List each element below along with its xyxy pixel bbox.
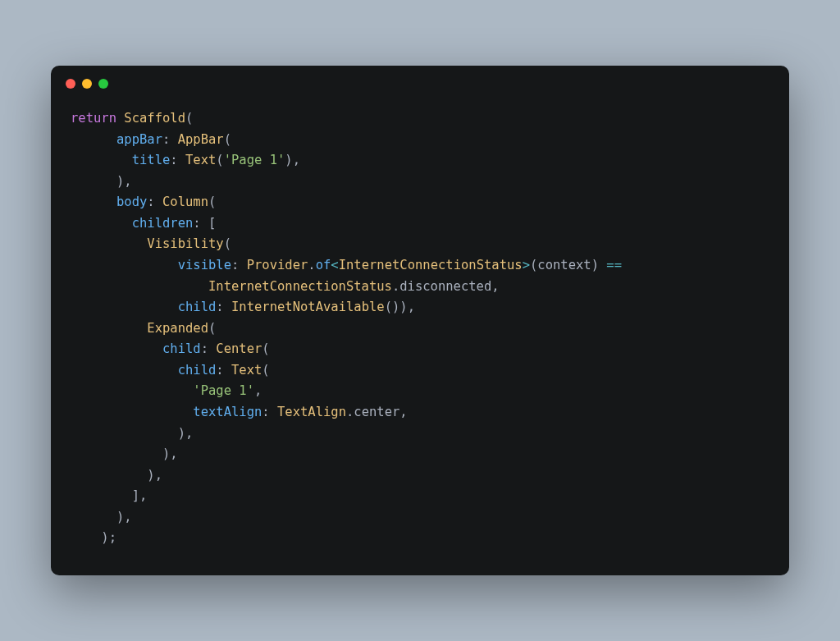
code-token: ], xyxy=(71,488,147,503)
code-token xyxy=(71,258,178,272)
code-token: ( xyxy=(185,111,193,126)
code-token xyxy=(71,300,178,314)
code-token: AppBar xyxy=(178,132,224,147)
code-token: child xyxy=(178,300,217,314)
code-token: Scaffold xyxy=(124,111,185,126)
code-token: child xyxy=(162,341,201,356)
close-icon[interactable] xyxy=(66,79,75,89)
code-token: return xyxy=(71,111,116,126)
code-token: < xyxy=(331,258,338,272)
code-token: > xyxy=(523,258,530,272)
code-token: ), xyxy=(71,174,132,189)
code-token: ( xyxy=(262,363,269,378)
code-token: , xyxy=(254,383,262,398)
code-token: body xyxy=(116,195,147,209)
code-token: Expanded xyxy=(147,321,208,336)
code-token: : xyxy=(216,363,231,378)
code-token: ( xyxy=(224,236,231,251)
code-token: : xyxy=(147,195,162,209)
code-token: : xyxy=(216,300,231,314)
code-token: : xyxy=(201,341,217,356)
code-token xyxy=(71,153,132,167)
code-token xyxy=(71,363,178,378)
code-token: ( xyxy=(208,321,216,336)
code-token xyxy=(71,195,116,209)
window-titlebar xyxy=(51,66,789,95)
code-token: visible xyxy=(178,258,231,272)
code-token: : xyxy=(162,132,178,147)
code-token: appBar xyxy=(116,132,162,147)
code-token xyxy=(71,383,193,398)
code-token xyxy=(71,216,132,231)
code-token: ( xyxy=(208,195,216,209)
code-token xyxy=(71,279,208,294)
code-token xyxy=(71,321,147,336)
code-token: Visibility xyxy=(147,236,223,251)
code-token: Provider xyxy=(247,258,308,272)
code-token: . xyxy=(308,258,315,272)
code-token: ), xyxy=(71,510,132,524)
code-token: title xyxy=(132,153,171,167)
code-token: 'Page 1' xyxy=(224,153,285,167)
minimize-icon[interactable] xyxy=(82,79,92,89)
code-token: ( xyxy=(224,132,231,147)
maximize-icon[interactable] xyxy=(98,79,108,89)
code-token: : [ xyxy=(193,216,216,231)
code-token xyxy=(71,341,162,356)
code-window: return Scaffold( appBar: AppBar( title: … xyxy=(51,66,789,575)
code-token: ), xyxy=(71,468,162,483)
code-token: textAlign xyxy=(193,405,262,419)
code-content: return Scaffold( appBar: AppBar( title: … xyxy=(51,95,789,575)
code-token xyxy=(71,405,193,419)
code-token: TextAlign xyxy=(277,405,346,419)
code-token: ); xyxy=(71,530,116,545)
code-token: Text xyxy=(231,363,262,378)
code-token: ), xyxy=(71,426,193,441)
code-token: ()), xyxy=(385,300,415,314)
code-token: children xyxy=(132,216,194,231)
code-token: InternetConnectionStatus xyxy=(208,279,392,294)
code-token: ), xyxy=(71,446,178,461)
code-token: ), xyxy=(285,153,300,167)
code-token: == xyxy=(606,258,622,272)
code-token: : xyxy=(262,405,277,419)
code-token: Text xyxy=(185,153,216,167)
code-token xyxy=(71,132,116,147)
code-token: : xyxy=(231,258,247,272)
code-token xyxy=(71,236,147,251)
code-token: : xyxy=(170,153,185,167)
code-token: ( xyxy=(262,341,269,356)
code-token: ( xyxy=(216,153,223,167)
code-token: (context) xyxy=(530,258,606,272)
code-token: .disconnected, xyxy=(392,279,500,294)
code-token: of xyxy=(316,258,331,272)
code-token: Column xyxy=(162,195,208,209)
code-token: InternetConnectionStatus xyxy=(339,258,523,272)
code-token: Center xyxy=(216,341,262,356)
code-token: child xyxy=(178,363,217,378)
code-token: InternetNotAvailable xyxy=(231,300,385,314)
code-token: .center, xyxy=(346,405,408,419)
code-token xyxy=(116,111,124,126)
code-token: 'Page 1' xyxy=(193,383,254,398)
